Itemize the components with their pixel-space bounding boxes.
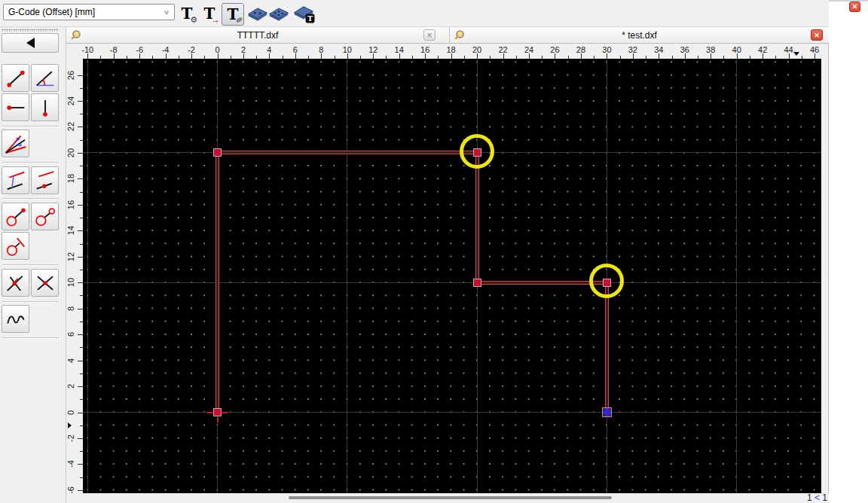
ruler-label: 36 [676,45,694,54]
ruler-top: -10-8-6-4-202468101214161820222426283032… [66,44,829,59]
sidebar-separator [2,198,59,200]
ruler-label: 8 [312,45,330,54]
tool-parallel-offset[interactable] [2,166,29,194]
shape-plate-button[interactable] [247,3,268,24]
tool-freehand[interactable] [2,305,29,333]
tool-tangent-line[interactable] [2,232,29,260]
path-segment[interactable] [215,153,219,413]
page-indicator: 1 < 1 [807,493,827,503]
toolbar-drag-handle[interactable] [2,29,59,32]
ruler-tick [78,230,83,231]
ruler-label: 28 [572,45,590,54]
tab-test-dxf[interactable]: * test.dxf ✕ [450,27,829,43]
tangent-point-icon [5,206,27,228]
tool-parallel-point[interactable] [31,166,59,194]
shape-plate-text-button[interactable]: T [294,3,315,24]
postprocessor-value: G-Code (Offset) [mm] [4,7,164,17]
ruler-tick [78,75,83,76]
ruler-label: 6 [66,327,75,342]
gcode-settings-button[interactable]: T⚙ [176,3,197,24]
ruler-tick [425,53,426,59]
tool-angle-bisector[interactable]: == [2,130,29,157]
sidebar-separator [2,126,59,127]
ruler-label: 22 [494,45,512,54]
origin-marker-stub [217,417,219,422]
intersection-point-icon [34,272,57,294]
ruler-label: -2 [182,45,200,54]
ruler-label: -2 [66,431,75,446]
ruler-label: 12 [364,45,382,54]
sidebar-separator [2,264,59,266]
sidebar-separator [2,301,59,303]
window-close-button[interactable]: ✕ [849,2,860,12]
ruler-tick [87,53,88,59]
tab-bar: TTTTT.dxf ✕ * test.dxf ✕ [66,27,829,44]
ruler-label: 4 [260,45,278,54]
ruler-tick [477,53,478,59]
tab-close-button[interactable]: ✕ [811,29,823,41]
tool-line-two-points[interactable] [2,64,29,92]
sidebar-collapse-button[interactable] [2,33,59,53]
drawing-canvas[interactable] [83,59,821,493]
vertex-marker[interactable] [213,148,222,157]
path-segment[interactable] [475,153,479,282]
ruler-tick [321,53,322,59]
ruler-tick [529,53,530,59]
ruler-label: 12 [66,249,75,264]
tab-title: TTTTT.dxf [66,30,449,41]
ruler-label: 20 [66,145,75,160]
path-segment[interactable] [477,281,607,285]
ruler-label: 24 [520,45,538,54]
grid-major-vline [736,59,737,493]
tool-line-vertical[interactable] [31,93,59,121]
t-gear-icon: T⚙ [176,3,197,24]
page-total: 1 [822,492,827,503]
ruler-tick [166,53,167,59]
ruler-label: -10 [78,45,96,54]
parallel-point-icon [34,169,57,192]
main-toolbar: G-Code (Offset) [mm] ∨ T⚙T→TT [0,0,829,27]
line-angle-icon [34,67,57,90]
grid-major-vline [347,59,347,493]
sidebar: == [0,27,66,503]
gcode-export-button[interactable]: T→ [199,3,220,24]
tool-trim-intersection[interactable] [2,269,29,297]
tab-close-button[interactable]: ✕ [423,29,436,41]
postprocessor-select[interactable]: G-Code (Offset) [mm] ∨ [3,4,175,20]
ruler-left: 26242220181614121086420-2-4-6 [66,59,83,493]
ruler-tick [78,282,83,283]
page-current: 1 [807,492,812,503]
triangle-left-icon [26,38,35,48]
svg-text:T: T [307,14,313,23]
ruler-label: 14 [390,45,408,54]
ruler-tick [78,153,83,154]
tool-tangent-circle[interactable] [31,203,59,230]
ruler-cursor-marker [68,422,72,428]
ruler-label: 40 [728,45,746,54]
grid-major-hline [83,412,821,413]
scrollbar-thumb[interactable] [289,496,612,499]
tool-tangent-point[interactable] [2,203,29,230]
tool-line-horizontal[interactable] [2,93,29,121]
endpoint-marker[interactable] [602,407,612,417]
horizontal-scrollbar[interactable]: 1 < 1 [66,493,829,503]
tab-ttttt-dxf[interactable]: TTTTT.dxf ✕ [66,27,450,43]
ruler-label: 10 [338,45,356,54]
ruler-tick [78,178,83,179]
ruler-tick [451,53,452,59]
trim-intersection-icon [5,272,27,294]
path-segment[interactable] [218,151,478,154]
vertex-marker[interactable] [213,408,222,416]
ruler-label: 0 [209,45,227,54]
tool-intersection-point[interactable] [31,269,59,297]
vertex-marker[interactable] [473,279,481,287]
ruler-tick [191,53,192,59]
ruler-tick [114,53,115,59]
gcode-edit-button[interactable]: T [222,3,244,26]
shape-plate-dots-button[interactable] [268,3,289,24]
ruler-label: 26 [546,45,564,54]
path-segment[interactable] [605,282,609,412]
tool-line-angle[interactable] [31,64,59,92]
ruler-tick [78,309,83,309]
page-separator: < [815,492,820,503]
